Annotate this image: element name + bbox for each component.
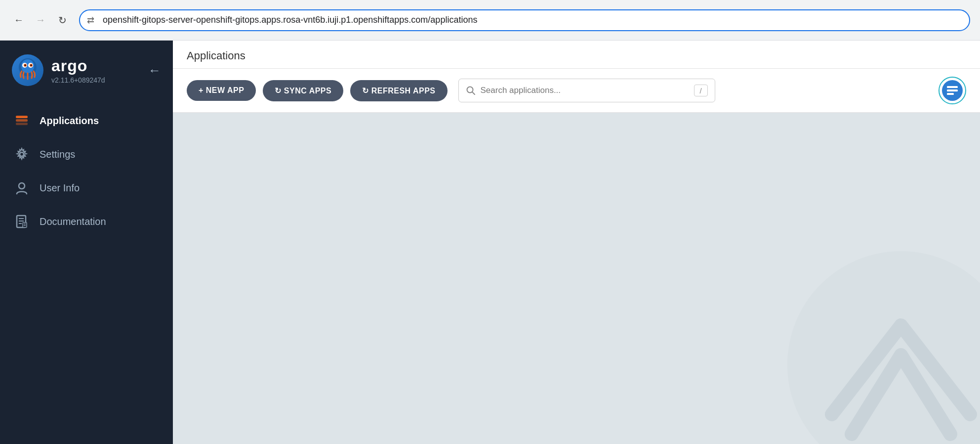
user-avatar — [942, 80, 963, 101]
address-bar-secure-icon: ⇄ — [87, 15, 94, 26]
settings-icon — [14, 146, 30, 162]
new-app-button[interactable]: + NEW APP — [187, 80, 256, 101]
browser-nav: ← → ↻ — [10, 11, 71, 29]
argo-logo-svg — [14, 56, 41, 84]
svg-rect-23 — [947, 89, 958, 91]
svg-line-21 — [472, 92, 475, 94]
svg-point-12 — [19, 183, 25, 189]
app-layout: argo v2.11.6+089247d ← Applications — [0, 41, 980, 444]
reload-button[interactable]: ↻ — [53, 11, 71, 29]
search-bar: / — [458, 79, 715, 102]
user-info-icon — [14, 180, 30, 196]
address-bar-wrapper: ⇄ — [79, 9, 970, 31]
refresh-apps-button[interactable]: ↻ REFRESH APPS — [350, 80, 447, 101]
argo-brand: argo v2.11.6+089247d — [51, 57, 105, 84]
search-icon — [466, 86, 476, 95]
toolbar: + NEW APP ↻ SYNC APPS ↻ REFRESH APPS / — [173, 69, 980, 113]
sidebar: argo v2.11.6+089247d ← Applications — [0, 41, 173, 444]
sidebar-userinfo-label: User Info — [40, 182, 80, 194]
user-avatar-icon — [945, 84, 959, 97]
main-content: Applications + NEW APP ↻ SYNC APPS ↻ REF… — [173, 41, 980, 444]
svg-rect-10 — [16, 123, 28, 125]
address-bar[interactable] — [79, 9, 970, 31]
argo-version: v2.11.6+089247d — [51, 76, 105, 84]
svg-point-6 — [25, 65, 26, 66]
documentation-icon — [14, 214, 30, 229]
applications-icon — [14, 113, 30, 129]
sidebar-header: argo v2.11.6+089247d ← — [0, 41, 173, 100]
page-title: Applications — [187, 49, 245, 62]
argo-app-name: argo — [51, 57, 105, 75]
forward-button[interactable]: → — [32, 11, 49, 29]
user-avatar-button[interactable] — [939, 77, 966, 104]
search-input[interactable] — [481, 86, 689, 95]
svg-rect-22 — [947, 86, 958, 88]
svg-rect-9 — [16, 119, 28, 122]
sidebar-item-userinfo[interactable]: User Info — [0, 171, 173, 205]
svg-point-7 — [31, 65, 32, 66]
argo-logo — [12, 54, 43, 86]
browser-chrome: ← → ↻ ⇄ — [0, 0, 980, 41]
back-button[interactable]: ← — [10, 11, 28, 29]
sidebar-documentation-label: Documentation — [40, 216, 106, 227]
sidebar-item-documentation[interactable]: Documentation — [0, 205, 173, 238]
sync-apps-button[interactable]: ↻ SYNC APPS — [263, 80, 343, 101]
search-slash-key: / — [694, 85, 708, 96]
bg-decoration — [782, 246, 980, 444]
sidebar-nav: Applications Settings — [0, 100, 173, 242]
sidebar-back-button[interactable]: ← — [148, 63, 161, 78]
sidebar-settings-label: Settings — [40, 149, 75, 160]
svg-rect-24 — [947, 93, 954, 95]
sidebar-item-applications[interactable]: Applications — [0, 104, 173, 137]
content-area — [173, 113, 980, 444]
sidebar-item-settings[interactable]: Settings — [0, 137, 173, 171]
svg-rect-8 — [16, 116, 28, 118]
svg-rect-17 — [23, 222, 27, 227]
main-header: Applications — [173, 41, 980, 69]
sidebar-applications-label: Applications — [40, 115, 99, 127]
